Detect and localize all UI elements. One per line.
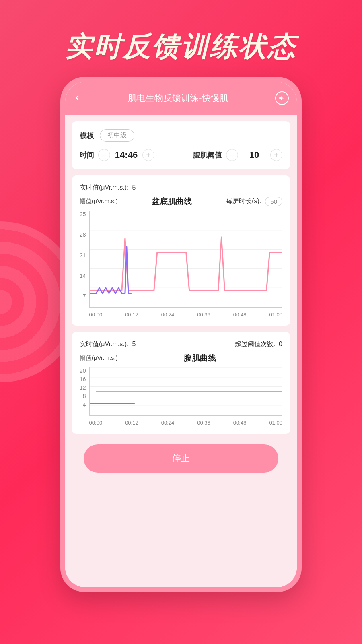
time-label: 时间 xyxy=(80,150,94,160)
pelvic-chart-card: 实时值(μVr.m.s.): 5 幅值(μVr.m.s.) 盆底肌曲线 每屏时长… xyxy=(72,175,290,326)
c2-y-label: 幅值(μVr.m.s.) xyxy=(80,354,118,362)
c2-y-axis: 20161284 xyxy=(80,367,86,416)
time-increment-button[interactable]: + xyxy=(142,149,154,161)
template-selector[interactable]: 初中级 xyxy=(100,129,134,142)
screen-duration-selector[interactable]: 60 xyxy=(265,197,282,206)
threshold-value: 10 xyxy=(242,150,266,160)
c2-exceed-value: 0 xyxy=(279,341,282,347)
c2-title: 腹肌曲线 xyxy=(184,353,216,363)
time-decrement-button[interactable]: − xyxy=(98,149,110,161)
threshold-increment-button[interactable]: + xyxy=(270,149,282,161)
c1-dur-label: 每屏时长(s): xyxy=(226,197,261,206)
phone-screen: 肌电生物反馈训练-快慢肌 模板 初中级 时间 − 14:46 + xyxy=(65,82,297,587)
time-value: 14:46 xyxy=(114,150,138,160)
sound-toggle-icon[interactable] xyxy=(275,91,289,105)
c2-exceed-label: 超过阈值次数: xyxy=(235,341,275,347)
page-title: 肌电生物反馈训练-快慢肌 xyxy=(128,92,228,104)
threshold-decrement-button[interactable]: − xyxy=(226,149,238,161)
threshold-label: 腹肌阈值 xyxy=(193,150,222,160)
controls-card: 模板 初中级 时间 − 14:46 + 腹肌阈值 − 10 + xyxy=(72,121,290,169)
c1-realtime-label: 实时值(μVr.m.s.): xyxy=(80,184,129,191)
content-area: 模板 初中级 时间 − 14:46 + 腹肌阈值 − 10 + xyxy=(65,115,297,587)
hero-title: 实时反馈训练状态 xyxy=(0,0,362,77)
c2-realtime-value: 5 xyxy=(132,341,136,347)
c2-x-axis: 00:0000:1200:2400:3600:4801:00 xyxy=(89,417,282,426)
abdominal-chart xyxy=(89,367,282,416)
phone-frame: 肌电生物反馈训练-快慢肌 模板 初中级 时间 − 14:46 + xyxy=(60,77,302,592)
c1-realtime-value: 5 xyxy=(132,184,136,191)
app-header: 肌电生物反馈训练-快慢肌 xyxy=(65,82,297,115)
template-label: 模板 xyxy=(80,131,94,140)
back-button[interactable] xyxy=(73,92,81,105)
stop-button[interactable]: 停止 xyxy=(84,444,278,473)
c1-y-axis: 352821147 xyxy=(80,211,86,308)
pelvic-chart xyxy=(89,211,282,308)
c2-realtime-label: 实时值(μVr.m.s.): xyxy=(80,341,129,347)
c1-title: 盆底肌曲线 xyxy=(152,196,192,207)
c1-y-label: 幅值(μVr.m.s.) xyxy=(80,198,118,205)
abdominal-chart-card: 实时值(μVr.m.s.): 5 超过阈值次数: 0 幅值(μVr.m.s.) … xyxy=(72,332,290,434)
c1-x-axis: 00:0000:1200:2400:3600:4801:00 xyxy=(89,309,282,318)
